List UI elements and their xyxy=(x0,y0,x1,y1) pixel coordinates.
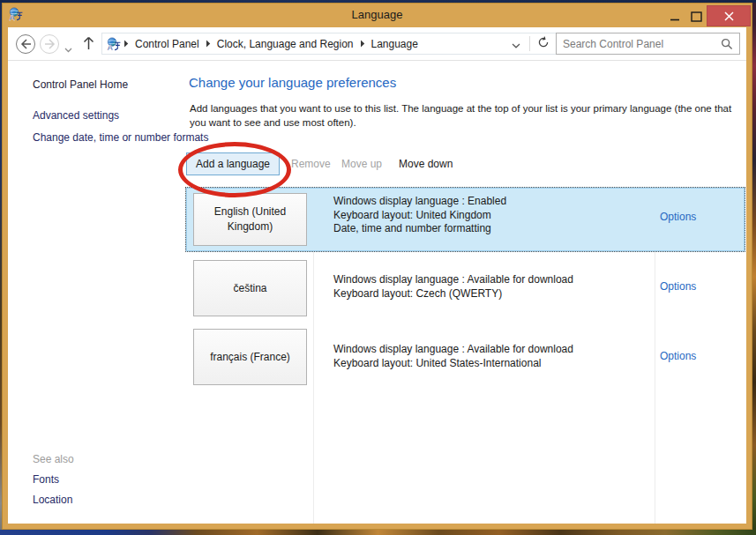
sidebar-item-change-date-time[interactable]: Change date, time or number formats xyxy=(33,130,209,145)
language-details: Windows display language : Enabled Keybo… xyxy=(333,195,506,236)
titlebar[interactable]: A Language xyxy=(2,3,752,27)
detail-line: Keyboard layout: United States-Internati… xyxy=(333,357,573,371)
breadcrumb-control-panel[interactable]: Control Panel xyxy=(135,38,199,50)
divider xyxy=(529,36,530,51)
page-description: Add languages that you want to use to th… xyxy=(190,101,746,130)
sidebar-item-advanced-settings[interactable]: Advanced settings xyxy=(33,109,119,122)
refresh-button[interactable] xyxy=(535,36,556,52)
triangle-right-icon xyxy=(360,40,365,48)
maximize-button[interactable] xyxy=(686,9,706,25)
desktop-wallpaper-bottom xyxy=(0,530,756,535)
detail-line: Date, time and number formatting xyxy=(333,222,506,236)
desktop: A Language xyxy=(0,0,756,535)
close-icon xyxy=(724,11,734,21)
window-title: Language xyxy=(2,8,752,21)
sidebar-item-location[interactable]: Location xyxy=(33,494,72,506)
language-tile-cestina[interactable]: čeština xyxy=(193,260,307,316)
detail-line: Windows display language : Available for… xyxy=(333,343,573,357)
language-details: Windows display language : Available for… xyxy=(333,273,573,301)
move-down-button[interactable]: Move down xyxy=(399,158,453,170)
add-a-language-button[interactable]: Add a language xyxy=(186,152,280,175)
back-button[interactable] xyxy=(16,34,35,54)
address-bar[interactable]: A Control Panel Clock, Language and Regi… xyxy=(101,33,557,55)
chevron-down-icon xyxy=(512,43,520,48)
address-dropdown-button[interactable] xyxy=(508,36,524,52)
language-tile-english-uk[interactable]: English (United Kingdom) xyxy=(193,193,307,246)
see-also-header: See also xyxy=(33,453,74,465)
search-input[interactable] xyxy=(557,38,721,50)
detail-line: Keyboard layout: United Kingdom xyxy=(333,209,506,223)
recent-pages-button[interactable] xyxy=(64,41,72,56)
navigation-bar: A Control Panel Clock, Language and Regi… xyxy=(8,27,746,61)
options-link-english-uk[interactable]: Options xyxy=(660,211,696,223)
maximize-icon xyxy=(691,11,702,22)
triangle-right-icon xyxy=(206,40,211,48)
refresh-icon xyxy=(537,36,550,48)
minimize-icon xyxy=(670,11,680,22)
forward-button[interactable] xyxy=(40,34,59,54)
breadcrumb-clock-language-region[interactable]: Clock, Language and Region xyxy=(217,38,354,50)
content-area: Control Panel Home Advanced settings Cha… xyxy=(8,61,746,524)
language-details: Windows display language : Available for… xyxy=(333,343,573,370)
move-up-button[interactable]: Move up xyxy=(341,158,382,170)
options-link-cestina[interactable]: Options xyxy=(660,280,696,293)
detail-line: Keyboard layout: Czech (QWERTY) xyxy=(333,287,573,301)
language-globe-icon: A xyxy=(107,37,121,51)
minimize-button[interactable] xyxy=(665,9,685,25)
chevron-down-icon xyxy=(64,48,72,53)
remove-button[interactable]: Remove xyxy=(291,158,331,170)
forward-arrow-icon xyxy=(44,39,56,49)
back-arrow-icon xyxy=(20,39,32,49)
search-button[interactable] xyxy=(721,38,733,50)
sidebar-item-control-panel-home[interactable]: Control Panel Home xyxy=(33,78,128,91)
language-tile-francais[interactable]: français (France) xyxy=(193,329,307,385)
close-button[interactable] xyxy=(707,5,751,26)
detail-line: Windows display language : Enabled xyxy=(333,195,506,209)
detail-line: Windows display language : Available for… xyxy=(333,273,573,287)
page-title: Change your language preferences xyxy=(189,75,396,90)
language-list: English (United Kingdom) Windows display… xyxy=(185,187,745,524)
up-button[interactable] xyxy=(82,35,95,56)
magnifier-icon xyxy=(721,38,733,50)
sidebar-item-fonts[interactable]: Fonts xyxy=(33,473,59,486)
options-link-francais[interactable]: Options xyxy=(660,350,696,362)
up-arrow-icon xyxy=(82,35,95,52)
breadcrumb-language[interactable]: Language xyxy=(371,38,418,50)
triangle-right-icon xyxy=(124,40,129,48)
search-box xyxy=(556,33,740,55)
svg-text:A: A xyxy=(108,43,114,51)
language-window: A Language xyxy=(2,3,752,530)
desktop-wallpaper-right xyxy=(752,3,756,530)
